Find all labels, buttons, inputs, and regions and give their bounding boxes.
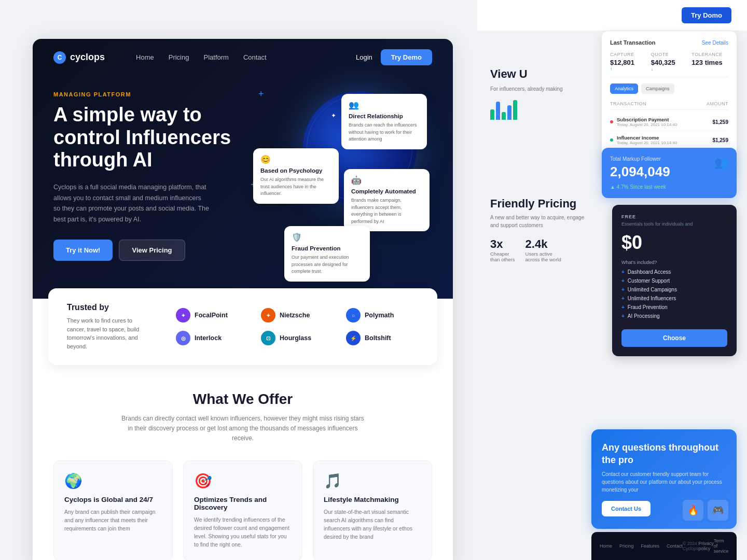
hero-visual: + + ✦ 👥 Direct Relationship Brands can r… [243, 86, 432, 262]
trend-value: ▲ 4.7% Since last week [610, 184, 666, 190]
pricing-stat-cheaper: 3x Cheaper than others [490, 237, 515, 262]
nav-links: Home Pricing Platform Contact [136, 53, 267, 61]
nietzsche-label: Nietzsche [280, 312, 310, 319]
offer-lifestyle-title: Lifestyle Matchmaking [324, 496, 421, 503]
navigation: C cyclops Home Pricing Platform Contact … [33, 39, 453, 76]
trusted-logos: ✦ FocalPoint ✦ Nietzsche ○ Polymath ◎ In… [176, 308, 419, 345]
stat-capture: Capture $12,801 ↑ [610, 52, 647, 72]
boltshift-label: Boltshift [365, 334, 391, 342]
main-site: C cyclops Home Pricing Platform Contact … [33, 39, 453, 560]
free-item-3: Unlimited Campaigns [621, 287, 727, 292]
free-included-title: What's included? [621, 260, 727, 265]
offers-description: Brands can directly contact well known i… [118, 414, 367, 444]
feature-card-automated: 🤖 Completely Automated Brands make campa… [344, 169, 430, 231]
hero-buttons: Try it Now! View Pricing [53, 240, 243, 261]
interlock-icon: ◎ [176, 331, 190, 345]
logo-focalpoint: ✦ FocalPoint [176, 308, 248, 323]
logo-interlock: ◎ Interlock [176, 331, 248, 345]
try-demo-button[interactable]: Try Demo [381, 49, 432, 65]
viewu-desc: For influencers, already making [490, 85, 594, 93]
automated-icon: 🤖 [351, 175, 422, 185]
chart-bar-4 [507, 105, 511, 120]
footer-pricing[interactable]: Pricing [619, 543, 634, 549]
plus-icon: + [258, 89, 264, 100]
focalpoint-label: FocalPoint [195, 312, 228, 319]
free-item-2: Customer Support [621, 278, 727, 284]
fraud-icon: 🛡️ [292, 232, 363, 242]
offers-section: What We Offer Brands can directly contac… [33, 365, 453, 560]
stat-quote-label: Quote [651, 52, 688, 57]
psychology-icon: 😊 [260, 155, 331, 164]
footer-home[interactable]: Home [600, 543, 612, 549]
pricing-stats: 3x Cheaper than others 2.4k Users active… [490, 237, 594, 262]
free-tag: FREE [621, 214, 727, 219]
interlock-label: Interlock [195, 334, 222, 342]
viewu-title: View U [490, 67, 594, 81]
nav-platform[interactable]: Platform [203, 53, 228, 61]
tab-analytics[interactable]: Analytics [610, 83, 638, 94]
trends-icon: 🎯 [194, 472, 292, 489]
transaction-title: Last Transaction [610, 39, 655, 46]
stat-capture-label: Capture [610, 52, 647, 57]
panel-footer: Home Pricing Features Contact © 2024 Cyc… [591, 532, 737, 560]
login-button[interactable]: Login [356, 53, 372, 61]
free-tag-desc: Essentials tools for individuals and [621, 221, 727, 227]
panel-viewu: View U For influencers, already making [490, 67, 594, 120]
cta-desc: Contact our customer friendly support te… [602, 470, 726, 494]
logo-boltshift: ⚡ Boltshift [346, 331, 419, 345]
transaction-header: Last Transaction See Details [610, 39, 728, 46]
stat-tolerance: Tolerance 123 times [691, 52, 728, 72]
footer-contact[interactable]: Contact [667, 543, 683, 549]
hero-left: MANAGING PLATFORM A simple way to contro… [53, 86, 243, 262]
try-now-button[interactable]: Try it Now! [53, 240, 113, 261]
logo[interactable]: C cyclops [53, 51, 105, 64]
hero-badge: MANAGING PLATFORM [53, 91, 243, 97]
feature-card-psychology: 😊 Based on Psychology Our AI algorithms … [253, 148, 339, 204]
nav-pricing[interactable]: Pricing [169, 53, 189, 61]
footer-features[interactable]: Features [641, 543, 660, 549]
offers-grid: 🌍 Cyclops is Global and 24/7 Any brand c… [53, 460, 432, 560]
focalpoint-icon: ✦ [176, 308, 190, 323]
direct-icon: 👥 [349, 100, 420, 110]
logo-icon: C [53, 51, 66, 64]
footer-copyright: © 2024 Cyclops [683, 541, 698, 551]
stat-cheaper-num: 3x [490, 237, 515, 251]
footer-terms[interactable]: Term of service [714, 538, 729, 554]
tab-campaigns[interactable]: Campaigns [641, 83, 674, 94]
follower-trend: ▲ 4.7% Since last week [610, 184, 728, 190]
trans-amount-1: $1,259 [712, 119, 728, 125]
hero-description: Cyclops is a full social media managing … [53, 182, 209, 225]
nav-home[interactable]: Home [136, 53, 154, 61]
trans-row-2: Influencer Income Today, August 20, 2021… [610, 131, 728, 149]
free-item-5: Fraud Prevention [621, 304, 727, 310]
stat-quote-trend: ↓ [651, 66, 688, 72]
panel-free-plan: FREE Essentials tools for individuals an… [612, 205, 737, 356]
logo-hourglass: ⊡ Hourglass [261, 331, 334, 345]
direct-title: Direct Relationship [349, 113, 420, 119]
offer-global-desc: Any brand can publish their campaign and… [64, 508, 162, 533]
see-details-link[interactable]: See Details [702, 40, 728, 46]
contact-us-button[interactable]: Contact Us [602, 501, 651, 516]
choose-button[interactable]: Choose [621, 329, 727, 347]
stat-quote-value: $40,325 [651, 59, 688, 66]
chart-bar-2 [496, 102, 500, 120]
feature-card-fraud: 🛡️ Fraud Prevention Our payment and exec… [284, 226, 370, 282]
trans-col-headers: Transaction Amount [610, 99, 728, 110]
offer-card-lifestyle: 🎵 Lifestyle Matchmaking Our state-of-the… [313, 460, 432, 560]
footer-privacy[interactable]: Privacy policy [698, 541, 714, 551]
panel-cta: Any questions throughout the pro Contact… [591, 429, 737, 529]
feature-card-direct: 👥 Direct Relationship Brands can reach t… [341, 94, 427, 149]
stat-users-label1: Users active [525, 251, 561, 257]
logo-text: cyclops [70, 52, 105, 63]
logo-polymath: ○ Polymath [346, 308, 419, 323]
stat-capture-trend: ↑ [610, 66, 647, 72]
trans-info-2: Influencer Income Today, August 20, 2021… [617, 135, 677, 145]
automated-title: Completely Automated [351, 188, 422, 194]
view-pricing-button[interactable]: View Pricing [119, 240, 185, 261]
nav-contact[interactable]: Contact [243, 53, 267, 61]
pricing-desc: A new and better way to acquire, engage … [490, 214, 594, 229]
free-item-6: AI Processing [621, 313, 727, 319]
offer-trends-desc: We identify trending influencers of the … [194, 515, 292, 549]
global-icon: 🌍 [64, 472, 162, 489]
nietzsche-icon: ✦ [261, 308, 275, 323]
